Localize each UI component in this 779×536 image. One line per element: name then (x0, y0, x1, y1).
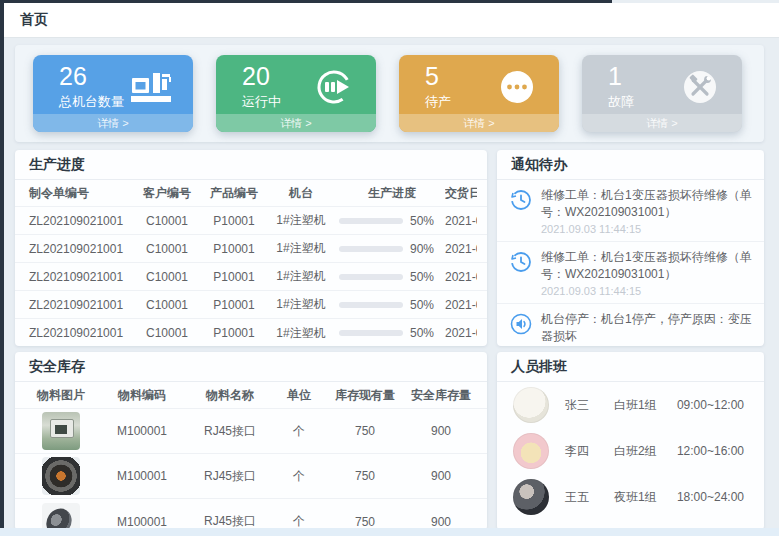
delivery-date: 2021-09-10 (445, 214, 477, 228)
product-no: P10001 (199, 214, 269, 228)
customer-no: C10001 (135, 270, 199, 284)
material-code: M100001 (97, 469, 187, 483)
machine-name: 1#注塑机 (269, 240, 333, 257)
avatar (513, 387, 549, 423)
stock-qty: 750 (325, 424, 405, 438)
safety-qty: 900 (405, 515, 477, 529)
product-no: P10001 (199, 298, 269, 312)
table-row[interactable]: M100001 RJ45接口 个 750 900 (15, 454, 487, 499)
product-no: P10001 (199, 270, 269, 284)
running-icon (312, 65, 356, 109)
shift-label: 白班1组 (614, 397, 677, 414)
progress-label: 50% (410, 270, 434, 284)
detail-link[interactable]: 详情 > (33, 114, 193, 132)
table-row[interactable]: M100001 RJ45接口 个 750 900 (15, 409, 487, 454)
material-photo-rj45 (42, 412, 80, 450)
shift-label: 白班2组 (614, 443, 677, 460)
machine-name: 1#注塑机 (269, 325, 333, 342)
stat-cards-container: 26 总机台数量 详情 > 20 运行中 (15, 45, 764, 142)
progress-cell: 90% (333, 242, 445, 256)
detail-link-label: 详情 > (97, 117, 128, 129)
stat-value: 26 (59, 62, 124, 91)
ellipsis-icon (495, 65, 539, 109)
notification-time: 2021.09.03 11:44:15 (541, 285, 752, 297)
shift-time: 09:00~12:00 (677, 398, 748, 412)
progress-cell: 50% (333, 270, 445, 284)
schedule-row[interactable]: 李四 白班2组 12:00~16:00 (497, 428, 764, 474)
shift-time: 12:00~16:00 (677, 444, 748, 458)
notification-item[interactable]: 维修工单：机台1变压器损坏待维修（单号：WX202109031001） 2021… (497, 180, 764, 242)
notification-text: 维修工单：机台1变压器损坏待维修（单号：WX202109031001） (541, 187, 752, 222)
inventory-table: 物料图片 物料编码 物料名称 单位 库存现有量 安全库存量 M100001 RJ… (15, 382, 487, 530)
panel-title: 生产进度 (29, 156, 85, 174)
table-row[interactable]: ZL202109021001 C10001 P10001 1#注塑机 50% 2… (15, 263, 487, 291)
speaker-icon (509, 312, 533, 336)
stat-card-total-machines[interactable]: 26 总机台数量 详情 > (33, 55, 193, 132)
panel-header: 安全库存 (15, 352, 487, 382)
detail-link[interactable]: 详情 > (582, 114, 742, 132)
table-row[interactable]: ZL202109021001 C10001 P10001 1#注塑机 50% 2… (15, 291, 487, 319)
stat-card-fault[interactable]: 1 故障 详情 > (582, 55, 742, 132)
progress-bar (339, 330, 403, 336)
avatar (513, 433, 549, 469)
col-header: 单位 (273, 387, 325, 404)
stock-qty: 750 (325, 469, 405, 483)
table-row[interactable]: ZL202109021001 C10001 P10001 1#注塑机 90% 2… (15, 235, 487, 263)
table-row[interactable]: ZL202109021001 C10001 P10001 1#注塑机 50% 2… (15, 207, 487, 235)
customer-no: C10001 (135, 214, 199, 228)
col-header: 库存现有量 (325, 387, 405, 404)
stat-label: 总机台数量 (59, 93, 124, 111)
table-row[interactable]: M100001 RJ45接口 个 750 900 (15, 499, 487, 530)
schedule-row[interactable]: 王五 夜班1组 18:00~24:00 (497, 474, 764, 520)
notification-item[interactable]: 维修工单：机台1变压器损坏待维修（单号：WX202109031001） 2021… (497, 242, 764, 304)
panel-header: 通知待办 (497, 150, 764, 180)
table-row[interactable]: ZL202109021001 C10001 P10001 1#注塑机 50% 2… (15, 319, 487, 346)
window-left-edge (0, 0, 4, 536)
clock-icon (509, 188, 533, 212)
progress-bar (339, 218, 403, 224)
page-title: 首页 (20, 11, 48, 29)
progress-cell: 50% (333, 298, 445, 312)
clock-icon (509, 250, 533, 274)
stat-card-running[interactable]: 20 运行中 详情 > (216, 55, 376, 132)
table-header-row: 制令单编号 客户编号 产品编号 机台 生产进度 交货日期 (15, 180, 487, 207)
customer-no: C10001 (135, 326, 199, 340)
safety-qty: 900 (405, 424, 477, 438)
detail-link-label: 详情 > (646, 117, 677, 129)
tools-icon (678, 65, 722, 109)
machine-name: 1#注塑机 (269, 268, 333, 285)
notification-text: 维修工单：机台1变压器损坏待维修（单号：WX202109031001） (541, 249, 752, 284)
progress-label: 50% (410, 326, 434, 340)
material-code: M100001 (97, 424, 187, 438)
customer-no: C10001 (135, 242, 199, 256)
product-no: P10001 (199, 326, 269, 340)
delivery-date: 2021-09-10 (445, 270, 477, 284)
panel-header: 人员排班 (497, 352, 764, 382)
notification-item[interactable]: 机台停产：机台1停产，停产原因：变压器损坏 2021.09.03 11:44:1… (497, 304, 764, 346)
material-photo-speaker-driver (42, 503, 80, 531)
person-name: 张三 (565, 397, 614, 414)
shift-label: 夜班1组 (614, 489, 677, 506)
page-header: 首页 (4, 3, 779, 38)
delivery-date: 2021-09-10 (445, 242, 477, 256)
order-no: ZL202109021001 (25, 242, 135, 256)
schedule-row[interactable]: 张三 白班1组 09:00~12:00 (497, 382, 764, 428)
progress-label: 90% (410, 242, 434, 256)
notification-text: 机台停产：机台1停产，停产原因：变压器损坏 (541, 311, 752, 346)
col-header: 生产进度 (333, 185, 445, 202)
detail-link[interactable]: 详情 > (216, 114, 376, 132)
horizontal-scrollbar[interactable] (0, 528, 779, 536)
order-no: ZL202109021001 (25, 298, 135, 312)
detail-link[interactable]: 详情 > (399, 114, 559, 132)
stat-label: 待产 (425, 93, 451, 111)
window-top-edge (0, 0, 612, 3)
progress-cell: 50% (333, 214, 445, 228)
order-no: ZL202109021001 (25, 270, 135, 284)
machine-name: 1#注塑机 (269, 212, 333, 229)
stat-value: 5 (425, 62, 451, 91)
order-no: ZL202109021001 (25, 326, 135, 340)
production-table: 制令单编号 客户编号 产品编号 机台 生产进度 交货日期 ZL202109021… (15, 180, 487, 346)
stat-value: 1 (608, 62, 634, 91)
order-no: ZL202109021001 (25, 214, 135, 228)
stat-card-waiting[interactable]: 5 待产 详情 > (399, 55, 559, 132)
